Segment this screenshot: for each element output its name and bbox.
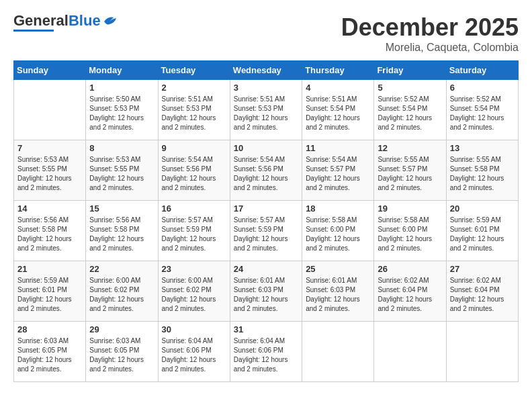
calendar-cell: 2Sunrise: 5:51 AM Sunset: 5:53 PM Daylig… xyxy=(158,80,230,140)
day-info: Sunrise: 5:59 AM Sunset: 6:01 PM Dayligh… xyxy=(450,216,515,253)
calendar-cell: 27Sunrise: 6:02 AM Sunset: 6:04 PM Dayli… xyxy=(446,261,518,322)
header-saturday: Saturday xyxy=(446,61,518,80)
day-number: 25 xyxy=(306,264,370,274)
day-number: 22 xyxy=(89,264,154,274)
calendar-cell: 4Sunrise: 5:51 AM Sunset: 5:54 PM Daylig… xyxy=(302,80,374,140)
day-number: 2 xyxy=(162,83,226,93)
month-title: December 2025 xyxy=(341,13,519,42)
header-tuesday: Tuesday xyxy=(158,61,230,80)
day-info: Sunrise: 5:54 AM Sunset: 5:57 PM Dayligh… xyxy=(306,155,370,193)
title-block: December 2025 Morelia, Caqueta, Colombia xyxy=(341,13,519,54)
calendar-cell: 15Sunrise: 5:56 AM Sunset: 5:58 PM Dayli… xyxy=(86,201,158,261)
day-info: Sunrise: 5:53 AM Sunset: 5:55 PM Dayligh… xyxy=(89,155,154,193)
calendar-cell: 20Sunrise: 5:59 AM Sunset: 6:01 PM Dayli… xyxy=(446,201,518,261)
calendar-cell: 29Sunrise: 6:03 AM Sunset: 6:05 PM Dayli… xyxy=(86,322,158,382)
day-number: 4 xyxy=(306,83,370,93)
calendar-cell: 1Sunrise: 5:50 AM Sunset: 5:53 PM Daylig… xyxy=(86,80,158,140)
day-info: Sunrise: 5:59 AM Sunset: 6:01 PM Dayligh… xyxy=(17,276,82,314)
day-info: Sunrise: 5:57 AM Sunset: 5:59 PM Dayligh… xyxy=(234,216,298,253)
day-info: Sunrise: 6:04 AM Sunset: 6:06 PM Dayligh… xyxy=(234,336,298,374)
logo-general: General xyxy=(13,12,69,29)
day-info: Sunrise: 5:50 AM Sunset: 5:53 PM Dayligh… xyxy=(89,95,154,132)
day-info: Sunrise: 6:03 AM Sunset: 6:05 PM Dayligh… xyxy=(17,336,82,374)
day-info: Sunrise: 6:01 AM Sunset: 6:03 PM Dayligh… xyxy=(234,276,298,314)
day-number: 21 xyxy=(17,264,82,274)
calendar-cell: 9Sunrise: 5:54 AM Sunset: 5:56 PM Daylig… xyxy=(158,140,230,201)
calendar-cell: 10Sunrise: 5:54 AM Sunset: 5:56 PM Dayli… xyxy=(230,140,302,201)
header-friday: Friday xyxy=(374,61,446,80)
day-number: 17 xyxy=(234,203,298,214)
calendar-cell: 24Sunrise: 6:01 AM Sunset: 6:03 PM Dayli… xyxy=(230,261,302,322)
day-info: Sunrise: 5:57 AM Sunset: 5:59 PM Dayligh… xyxy=(162,216,226,253)
day-number: 27 xyxy=(450,264,515,274)
calendar-cell: 26Sunrise: 6:02 AM Sunset: 6:04 PM Dayli… xyxy=(374,261,446,322)
logo-blue-text: Blue xyxy=(69,12,101,29)
calendar-cell: 17Sunrise: 5:57 AM Sunset: 5:59 PM Dayli… xyxy=(230,201,302,261)
calendar-cell: 23Sunrise: 6:00 AM Sunset: 6:02 PM Dayli… xyxy=(158,261,230,322)
calendar-cell: 21Sunrise: 5:59 AM Sunset: 6:01 PM Dayli… xyxy=(14,261,86,322)
calendar-cell xyxy=(302,322,374,382)
calendar-cell: 31Sunrise: 6:04 AM Sunset: 6:06 PM Dayli… xyxy=(230,322,302,382)
calendar-cell xyxy=(374,322,446,382)
day-info: Sunrise: 6:04 AM Sunset: 6:06 PM Dayligh… xyxy=(162,336,226,374)
day-info: Sunrise: 5:56 AM Sunset: 5:58 PM Dayligh… xyxy=(17,216,82,253)
day-number: 30 xyxy=(162,324,226,334)
day-number: 1 xyxy=(89,83,154,93)
location-subtitle: Morelia, Caqueta, Colombia xyxy=(341,42,519,54)
day-info: Sunrise: 5:51 AM Sunset: 5:54 PM Dayligh… xyxy=(306,95,370,132)
calendar-week-4: 21Sunrise: 5:59 AM Sunset: 6:01 PM Dayli… xyxy=(14,261,519,322)
header-monday: Monday xyxy=(86,61,158,80)
page-header: GeneralBlue December 2025 Morelia, Caque… xyxy=(13,13,519,54)
calendar-cell: 22Sunrise: 6:00 AM Sunset: 6:02 PM Dayli… xyxy=(86,261,158,322)
calendar-cell xyxy=(446,322,518,382)
logo-text: GeneralBlue xyxy=(13,13,101,28)
calendar-cell: 3Sunrise: 5:51 AM Sunset: 5:53 PM Daylig… xyxy=(230,80,302,140)
day-number: 9 xyxy=(162,143,226,153)
logo: GeneralBlue xyxy=(13,13,118,32)
day-number: 28 xyxy=(17,324,82,334)
day-number: 29 xyxy=(89,324,154,334)
calendar-cell xyxy=(14,80,86,140)
day-number: 10 xyxy=(234,143,298,153)
calendar-cell: 28Sunrise: 6:03 AM Sunset: 6:05 PM Dayli… xyxy=(14,322,86,382)
calendar-cell: 12Sunrise: 5:55 AM Sunset: 5:57 PM Dayli… xyxy=(374,140,446,201)
calendar-header-row: SundayMondayTuesdayWednesdayThursdayFrid… xyxy=(14,61,519,80)
day-info: Sunrise: 5:55 AM Sunset: 5:57 PM Dayligh… xyxy=(378,155,442,193)
day-number: 8 xyxy=(89,143,154,153)
day-info: Sunrise: 5:58 AM Sunset: 6:00 PM Dayligh… xyxy=(378,216,442,253)
calendar-week-1: 1Sunrise: 5:50 AM Sunset: 5:53 PM Daylig… xyxy=(14,80,519,140)
day-info: Sunrise: 6:02 AM Sunset: 6:04 PM Dayligh… xyxy=(378,276,442,314)
calendar-week-3: 14Sunrise: 5:56 AM Sunset: 5:58 PM Dayli… xyxy=(14,201,519,261)
header-thursday: Thursday xyxy=(302,61,374,80)
day-info: Sunrise: 5:51 AM Sunset: 5:53 PM Dayligh… xyxy=(234,95,298,132)
calendar-cell: 19Sunrise: 5:58 AM Sunset: 6:00 PM Dayli… xyxy=(374,201,446,261)
day-info: Sunrise: 5:51 AM Sunset: 5:53 PM Dayligh… xyxy=(162,95,226,132)
calendar-cell: 5Sunrise: 5:52 AM Sunset: 5:54 PM Daylig… xyxy=(374,80,446,140)
day-number: 7 xyxy=(17,143,82,153)
day-info: Sunrise: 5:54 AM Sunset: 5:56 PM Dayligh… xyxy=(234,155,298,193)
calendar-cell: 14Sunrise: 5:56 AM Sunset: 5:58 PM Dayli… xyxy=(14,201,86,261)
day-info: Sunrise: 6:03 AM Sunset: 6:05 PM Dayligh… xyxy=(89,336,154,374)
day-info: Sunrise: 6:00 AM Sunset: 6:02 PM Dayligh… xyxy=(89,276,154,314)
calendar-table: SundayMondayTuesdayWednesdayThursdayFrid… xyxy=(13,60,519,382)
day-number: 11 xyxy=(306,143,370,153)
header-wednesday: Wednesday xyxy=(230,61,302,80)
calendar-cell: 11Sunrise: 5:54 AM Sunset: 5:57 PM Dayli… xyxy=(302,140,374,201)
day-number: 12 xyxy=(378,143,442,153)
header-sunday: Sunday xyxy=(14,61,86,80)
calendar-cell: 13Sunrise: 5:55 AM Sunset: 5:58 PM Dayli… xyxy=(446,140,518,201)
calendar-cell: 30Sunrise: 6:04 AM Sunset: 6:06 PM Dayli… xyxy=(158,322,230,382)
calendar-week-2: 7Sunrise: 5:53 AM Sunset: 5:55 PM Daylig… xyxy=(14,140,519,201)
day-info: Sunrise: 5:52 AM Sunset: 5:54 PM Dayligh… xyxy=(378,95,442,132)
calendar-cell: 25Sunrise: 6:01 AM Sunset: 6:03 PM Dayli… xyxy=(302,261,374,322)
day-info: Sunrise: 5:54 AM Sunset: 5:56 PM Dayligh… xyxy=(162,155,226,193)
day-info: Sunrise: 5:58 AM Sunset: 6:00 PM Dayligh… xyxy=(306,216,370,253)
day-number: 16 xyxy=(162,203,226,214)
day-number: 5 xyxy=(378,83,442,93)
day-number: 19 xyxy=(378,203,442,214)
day-info: Sunrise: 5:52 AM Sunset: 5:54 PM Dayligh… xyxy=(450,95,515,132)
day-info: Sunrise: 6:00 AM Sunset: 6:02 PM Dayligh… xyxy=(162,276,226,314)
day-info: Sunrise: 5:53 AM Sunset: 5:55 PM Dayligh… xyxy=(17,155,82,193)
day-number: 13 xyxy=(450,143,515,153)
day-number: 15 xyxy=(89,203,154,214)
